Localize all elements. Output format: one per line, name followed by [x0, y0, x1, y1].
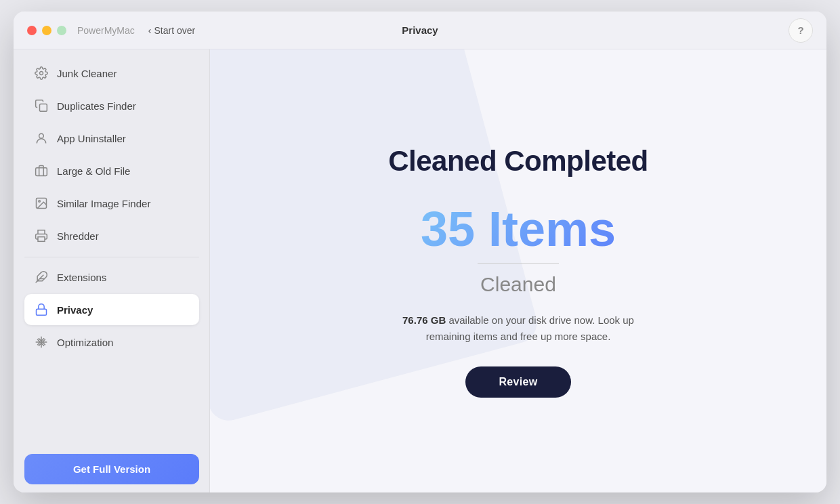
svg-rect-6: [38, 237, 45, 242]
sidebar-item-shredder[interactable]: Shredder: [24, 220, 199, 251]
page-title: Privacy: [402, 24, 438, 36]
content-card: Cleaned Completed 35 Items Cleaned 76.76…: [361, 118, 675, 425]
app-name: PowerMyMac: [77, 25, 135, 36]
traffic-lights: [27, 26, 66, 35]
sidebar-item-optimization[interactable]: Optimization: [24, 327, 199, 358]
svg-rect-1: [40, 104, 47, 112]
sidebar-item-label: Large & Old File: [57, 165, 130, 177]
sidebar-item-privacy[interactable]: Privacy: [24, 294, 199, 325]
person-circle-icon: [34, 131, 49, 146]
start-over-label: Start over: [154, 25, 195, 36]
sidebar-item-label: Optimization: [57, 337, 113, 348]
main-content: Junk Cleaner Duplicates Finder: [14, 49, 826, 492]
sidebar-item-extensions[interactable]: Extensions: [24, 261, 199, 293]
start-over-button[interactable]: ‹ Start over: [148, 25, 195, 36]
get-full-version-button[interactable]: Get Full Version: [24, 454, 199, 484]
svg-rect-3: [36, 168, 47, 176]
sidebar-item-label: App Uninstaller: [57, 133, 126, 144]
cleaned-completed-title: Cleaned Completed: [388, 145, 648, 177]
disk-info-text: available on your disk drive now. Look u…: [426, 314, 634, 342]
svg-rect-9: [37, 309, 47, 315]
items-count: 35 Items: [388, 205, 648, 253]
gear-icon: [34, 66, 49, 81]
sidebar-item-label: Extensions: [57, 272, 106, 283]
sidebar-item-label: Junk Cleaner: [57, 68, 117, 79]
sidebar-item-label: Similar Image Finder: [57, 198, 150, 209]
sidebar-item-label: Privacy: [57, 304, 93, 316]
sidebar-item-app-uninstaller[interactable]: App Uninstaller: [24, 123, 199, 154]
printer-icon: [34, 228, 49, 243]
svg-point-0: [40, 72, 43, 75]
title-bar: PowerMyMac ‹ Start over Privacy ?: [14, 12, 826, 49]
help-button[interactable]: ?: [789, 18, 813, 43]
copy-icon: [34, 98, 49, 113]
puzzle-icon: [34, 270, 49, 285]
review-button[interactable]: Review: [465, 366, 572, 398]
app-window: PowerMyMac ‹ Start over Privacy ? Junk C…: [14, 12, 826, 492]
sidebar-divider: [24, 257, 199, 257]
chevron-left-icon: ‹: [148, 25, 152, 36]
divider-line: [478, 263, 559, 264]
cleaned-label: Cleaned: [388, 273, 648, 296]
lock-icon: [34, 302, 49, 317]
sidebar-item-duplicates-finder[interactable]: Duplicates Finder: [24, 90, 199, 121]
svg-point-5: [39, 201, 41, 203]
close-button[interactable]: [27, 26, 37, 35]
sidebar-item-label: Shredder: [57, 230, 99, 242]
maximize-button[interactable]: [57, 26, 66, 35]
sidebar-item-label: Duplicates Finder: [57, 100, 136, 112]
sidebar-item-junk-cleaner[interactable]: Junk Cleaner: [24, 58, 199, 89]
question-mark-icon: ?: [797, 24, 803, 36]
briefcase-icon: [34, 163, 49, 178]
disk-size: 76.76 GB: [402, 314, 446, 326]
disk-info: 76.76 GB available on your disk drive no…: [390, 312, 647, 345]
image-icon: [34, 196, 49, 211]
snowflake-icon: [34, 335, 49, 350]
sidebar-item-similar-image-finder[interactable]: Similar Image Finder: [24, 188, 199, 219]
sidebar-item-large-old-file[interactable]: Large & Old File: [24, 155, 199, 186]
minimize-button[interactable]: [42, 26, 51, 35]
svg-point-2: [39, 133, 44, 138]
main-panel: Cleaned Completed 35 Items Cleaned 76.76…: [210, 49, 826, 492]
sidebar: Junk Cleaner Duplicates Finder: [14, 49, 210, 492]
